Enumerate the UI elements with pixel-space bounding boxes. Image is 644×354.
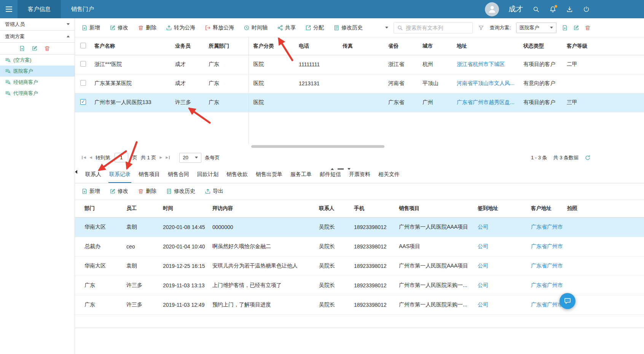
col-dept[interactable]: 所属部门 xyxy=(204,37,249,55)
collapse-sidebar-arrow-icon[interactable] xyxy=(75,170,77,174)
last-page-button[interactable]: ▶ xyxy=(166,156,170,159)
tab-sales-portal[interactable]: 销售门户 xyxy=(61,0,104,18)
cell-address-link[interactable]: 广东省广州市... xyxy=(526,218,563,237)
assign-button[interactable]: 分配 xyxy=(305,24,324,31)
share-button[interactable]: 共享 xyxy=(277,24,296,31)
timeline-button[interactable]: 时间轴 xyxy=(244,24,268,31)
filter-funnel-icon[interactable] xyxy=(478,25,484,31)
col-customer-name[interactable]: 客户名称 xyxy=(91,37,171,55)
table-row[interactable]: 华南大区 袁朗 2019-12-25 16:15 安琪儿共分为若干温热糖果色让他… xyxy=(75,256,644,276)
col-visit-content[interactable]: 拜访内容 xyxy=(208,200,314,218)
col-time[interactable]: 时间 xyxy=(158,200,208,218)
menu-icon[interactable] xyxy=(0,0,18,18)
tab-customer-info[interactable]: 客户信息 xyxy=(18,0,61,18)
col-fax[interactable]: 传真 xyxy=(338,37,384,55)
power-icon[interactable] xyxy=(583,6,590,13)
col-category[interactable]: 客户分类 xyxy=(249,37,294,55)
cell-checkin-link[interactable]: 公司 xyxy=(473,276,526,295)
cell-address-link[interactable]: 广东省广州市... xyxy=(526,295,563,315)
col-city[interactable]: 城市 xyxy=(418,37,452,55)
search-input[interactable] xyxy=(406,25,469,31)
col-mobile[interactable]: 手机 xyxy=(349,200,394,218)
avatar[interactable] xyxy=(485,2,499,16)
download-icon[interactable] xyxy=(566,6,573,13)
col-dept[interactable]: 部门 xyxy=(75,200,122,218)
tab-sales-contracts[interactable]: 销售合同 xyxy=(167,171,190,183)
tab-delivery-orders[interactable]: 销售出货单 xyxy=(255,171,283,183)
delete-scheme-icon[interactable] xyxy=(585,25,591,31)
cell-checkin-link[interactable]: 公司 xyxy=(473,256,526,276)
sidebar-item-empty-scheme[interactable]: (空方案) xyxy=(0,54,75,66)
prev-page-button[interactable]: ◀ xyxy=(89,156,92,159)
add-scheme-icon[interactable] xyxy=(562,25,568,31)
search-icon[interactable] xyxy=(532,6,540,13)
add-scheme-icon[interactable] xyxy=(19,45,25,51)
tab-invoice-info[interactable]: 开票资料 xyxy=(348,171,371,183)
row-checkbox[interactable] xyxy=(80,80,86,86)
tab-contacts[interactable]: 联系人 xyxy=(84,171,102,183)
sidebar-item-hospital-customers[interactable]: 医院客户 xyxy=(0,66,75,77)
to-public-pool-button[interactable]: 转为公海 xyxy=(166,24,195,31)
table-row[interactable]: 广东 许三多 2019-11-03 13:13 上门维护客情，已经有立项了 吴院… xyxy=(75,276,644,295)
cell-address-link[interactable]: 广东省广州市... xyxy=(526,237,563,256)
cell-checkin-link[interactable]: 公司 xyxy=(473,295,526,315)
table-row-selected[interactable]: 华南大区 袁朗 2020-01-08 14:45 0000000 吴院长 189… xyxy=(75,218,644,237)
col-employee[interactable]: 员工 xyxy=(122,200,158,218)
delete-scheme-icon[interactable] xyxy=(44,45,50,51)
release-public-pool-button[interactable]: 释放公海 xyxy=(205,24,234,31)
cell-checkin-link[interactable]: 公司 xyxy=(473,237,526,256)
edit-history-button[interactable]: 修改历史 xyxy=(333,24,363,31)
collapse-middle-icon[interactable] xyxy=(338,168,344,170)
edit-scheme-icon[interactable] xyxy=(32,45,38,51)
table-row[interactable]: 浙江***医院 成才 广东 医院 11111111 浙江省 杭州 浙江省杭州市下… xyxy=(75,55,644,74)
tab-email-sms[interactable]: 邮件短信 xyxy=(319,171,342,183)
tab-contact-records[interactable]: 联系记录 xyxy=(108,171,131,183)
page-size-select[interactable]: 20 xyxy=(179,153,201,163)
columns-dropdown-caret[interactable] xyxy=(385,27,388,30)
add-button[interactable]: 新增 xyxy=(81,188,100,195)
cell-address-link[interactable]: 广东省广州市越秀区盘... xyxy=(452,93,519,112)
col-project[interactable]: 销售项目 xyxy=(394,200,473,218)
col-checkin-address[interactable]: 签到地址 xyxy=(473,200,526,218)
col-contact[interactable]: 联系人 xyxy=(314,200,349,218)
table-row[interactable]: 总裁办 ceo 2020-01-04 10:40 啊虽然好久哦恰尔金融二 吴院长… xyxy=(75,237,644,256)
col-owner[interactable]: 业务员 xyxy=(171,37,204,55)
delete-button[interactable]: 删除 xyxy=(138,24,156,31)
cell-address-link[interactable]: 河南省平顶山市文人风... xyxy=(452,74,519,93)
sidebar-section-scheme[interactable]: 查询方案 xyxy=(0,30,75,43)
cell-checkin-link[interactable]: 公司 xyxy=(473,218,526,237)
cell-address-link[interactable]: 广东省广州市... xyxy=(526,276,563,295)
next-page-button[interactable]: ▶ xyxy=(159,156,162,159)
expand-down-icon[interactable] xyxy=(348,168,351,170)
sidebar-item-dealer-customers[interactable]: 经销商客户 xyxy=(0,77,75,88)
col-status[interactable]: 状态类型 xyxy=(519,37,562,55)
row-checkbox[interactable] xyxy=(80,61,86,67)
edit-button[interactable]: 修改 xyxy=(110,188,128,195)
export-button[interactable]: 导出 xyxy=(205,188,223,195)
tab-payment-plans[interactable]: 回款计划 xyxy=(196,171,219,183)
cell-address-link[interactable]: 广东省广州市... xyxy=(526,256,563,276)
expand-up-icon[interactable] xyxy=(331,168,334,170)
edit-history-button[interactable]: 修改历史 xyxy=(166,188,195,195)
table-row[interactable]: 广东某某某医院 成才 广东 医院 1213131 河南省 平顶山 河南省平顶山市… xyxy=(75,74,644,93)
col-customer-address[interactable]: 客户地址 xyxy=(526,200,563,218)
tab-sales-projects[interactable]: 销售项目 xyxy=(138,171,161,183)
sidebar-item-agent-customers[interactable]: 代理商客户 xyxy=(0,88,75,99)
cell-address-link[interactable]: 浙江省杭州市下城区 xyxy=(452,55,519,74)
edit-scheme-icon[interactable] xyxy=(573,25,579,31)
tab-service-tickets[interactable]: 服务工单 xyxy=(290,171,312,183)
sidebar-section-people[interactable]: 管辖人员 xyxy=(0,18,75,30)
delete-button[interactable]: 删除 xyxy=(138,188,156,195)
chat-button[interactable] xyxy=(560,293,575,309)
horizontal-scrollbar[interactable] xyxy=(251,145,384,148)
col-province[interactable]: 省份 xyxy=(384,37,418,55)
table-row-selected[interactable]: 广州市第一人民医院133 许三多 广东 医院 广东省 广州 广东省广州市越秀区盘… xyxy=(75,93,644,112)
first-page-button[interactable]: ◀ xyxy=(82,156,86,159)
add-button[interactable]: 新增 xyxy=(81,24,100,31)
col-address[interactable]: 地址 xyxy=(452,37,519,55)
notifications-bell-icon[interactable] xyxy=(549,6,556,13)
col-phone[interactable]: 电话 xyxy=(294,37,338,55)
col-grade[interactable]: 客户等级 xyxy=(562,37,644,55)
scheme-select[interactable]: 医院客户 xyxy=(516,22,556,33)
edit-button[interactable]: 修改 xyxy=(110,24,128,31)
